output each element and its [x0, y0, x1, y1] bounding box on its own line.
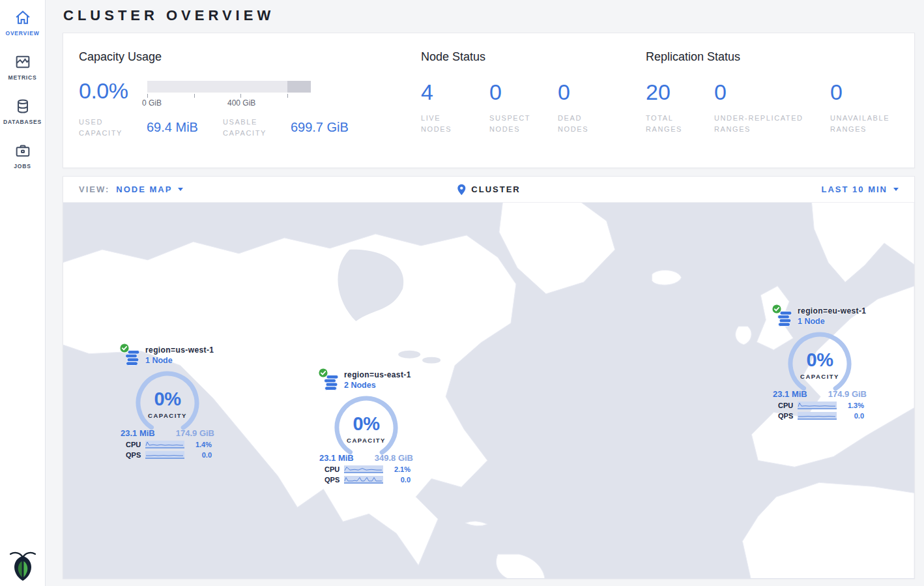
qps-row: QPS 0.0 [325, 476, 411, 484]
capacity-percent: 0.0% [79, 80, 147, 102]
nodes-stack-icon [324, 375, 339, 390]
qps-sparkline [798, 412, 837, 420]
gauge-capacity-label: CAPACITY [330, 437, 402, 444]
usable-capacity-label: USABLE CAPACITY [223, 117, 276, 139]
qps-row: QPS 0.0 [778, 412, 864, 420]
sidebar-label-jobs: JOBS [1, 163, 44, 169]
dead-nodes-stat: 0 DEAD NODES [558, 81, 626, 135]
region-marker-eu-west-1[interactable]: region=eu-west-1 1 Node 0% CAPACITY 23.1… [772, 305, 868, 420]
region-name: region=us-west-1 [145, 345, 216, 355]
capacity-tick-0: 0 GiB [142, 98, 162, 108]
capacity-gauge: 0% CAPACITY [330, 394, 402, 462]
qps-sparkline [145, 451, 184, 459]
capacity-gauge: 0% CAPACITY [132, 370, 203, 437]
home-icon [14, 8, 32, 27]
unavailable-ranges-stat: 0 UNAVAILABLE RANGES [830, 81, 899, 135]
sidebar-item-jobs[interactable]: JOBS [0, 133, 45, 177]
cockroachdb-logo [10, 551, 36, 582]
used-capacity-label: USED CAPACITY [79, 117, 132, 139]
sidebar: OVERVIEW METRICS DATABASES JOBS [0, 0, 46, 586]
cpu-sparkline [344, 465, 383, 473]
gauge-percent: 0% [784, 349, 856, 371]
databases-icon [14, 97, 32, 115]
cpu-row: CPU 2.1% [325, 465, 411, 473]
sidebar-item-overview[interactable]: OVERVIEW [0, 0, 45, 44]
main-content: CLUSTER OVERVIEW Capacity Usage 0.0% 0 G… [46, 0, 924, 579]
sidebar-item-databases[interactable]: DATABASES [0, 89, 45, 133]
sidebar-item-metrics[interactable]: METRICS [0, 44, 45, 89]
capacity-usage-title: Capacity Usage [79, 50, 421, 64]
capacity-bar-reserved-segment [287, 81, 311, 93]
region-marker-us-west-1[interactable]: region=us-west-1 1 Node 0% CAPACITY 23.1… [119, 344, 216, 459]
nodes-stack-icon [125, 350, 140, 366]
total-ranges-stat: 20 TOTAL RANGES [646, 81, 714, 135]
time-range-selector[interactable]: LAST 10 MIN [822, 184, 899, 194]
map-breadcrumb: CLUSTER [457, 184, 520, 196]
node-map-panel: VIEW: NODE MAP CLUSTER LAST 10 MIN [63, 176, 915, 579]
capacity-tick-400: 400 GiB [227, 98, 255, 108]
cpu-sparkline [145, 441, 184, 448]
suspect-nodes-stat: 0 SUSPECT NODES [489, 81, 558, 135]
qps-row: QPS 0.0 [126, 451, 212, 459]
sidebar-label-overview: OVERVIEW [1, 30, 44, 37]
gauge-percent: 0% [330, 413, 402, 435]
node-status-section: Node Status 4 LIVE NODES 0 SUSPECT NODES… [421, 50, 646, 152]
region-name: region=us-east-1 [344, 370, 414, 379]
node-count[interactable]: 1 Node [145, 356, 216, 365]
capacity-gauge: 0% CAPACITY [784, 330, 856, 398]
chevron-down-icon [178, 188, 183, 191]
region-name: region=eu-west-1 [798, 306, 868, 315]
replication-status-title: Replication Status [646, 50, 899, 64]
map-toolbar: VIEW: NODE MAP CLUSTER LAST 10 MIN [63, 177, 914, 203]
sidebar-label-metrics: METRICS [1, 74, 44, 81]
replication-status-section: Replication Status 20 TOTAL RANGES 0 UND… [646, 50, 899, 152]
usable-capacity-value: 699.7 GiB [291, 120, 349, 139]
node-count[interactable]: 1 Node [798, 317, 868, 326]
cluster-summary-card: Capacity Usage 0.0% 0 GiB 400 GiB USED C… [63, 33, 915, 168]
sidebar-label-databases: DATABASES [1, 119, 44, 125]
metrics-icon [14, 53, 32, 71]
gauge-capacity-label: CAPACITY [784, 373, 856, 380]
view-label: VIEW: [79, 184, 109, 194]
node-count[interactable]: 2 Nodes [344, 381, 414, 390]
breadcrumb-cluster: CLUSTER [471, 184, 520, 194]
world-map[interactable]: region=us-west-1 1 Node 0% CAPACITY 23.1… [63, 203, 914, 579]
gauge-percent: 0% [132, 388, 203, 410]
cpu-row: CPU 1.3% [778, 402, 864, 409]
live-nodes-stat: 4 LIVE NODES [421, 81, 489, 135]
capacity-usage-section: Capacity Usage 0.0% 0 GiB 400 GiB USED C… [79, 50, 421, 152]
node-status-title: Node Status [421, 50, 646, 64]
under-replicated-ranges-stat: 0 UNDER-REPLICATED RANGES [714, 81, 830, 135]
qps-sparkline [344, 476, 383, 484]
cpu-sparkline [798, 402, 837, 409]
view-selector[interactable]: NODE MAP [116, 184, 183, 194]
gauge-capacity-label: CAPACITY [132, 412, 203, 419]
used-capacity-value: 69.4 MiB [147, 120, 198, 135]
region-marker-us-east-1[interactable]: region=us-east-1 2 Nodes 0% CAPACITY 23.… [318, 369, 414, 484]
nodes-stack-icon [777, 311, 792, 327]
page-title: CLUSTER OVERVIEW [63, 0, 915, 33]
jobs-icon [14, 141, 32, 160]
cpu-row: CPU 1.4% [126, 441, 212, 448]
chevron-down-icon [893, 188, 899, 191]
location-pin-icon [457, 184, 466, 196]
capacity-bar: 0 GiB 400 GiB [147, 80, 311, 108]
